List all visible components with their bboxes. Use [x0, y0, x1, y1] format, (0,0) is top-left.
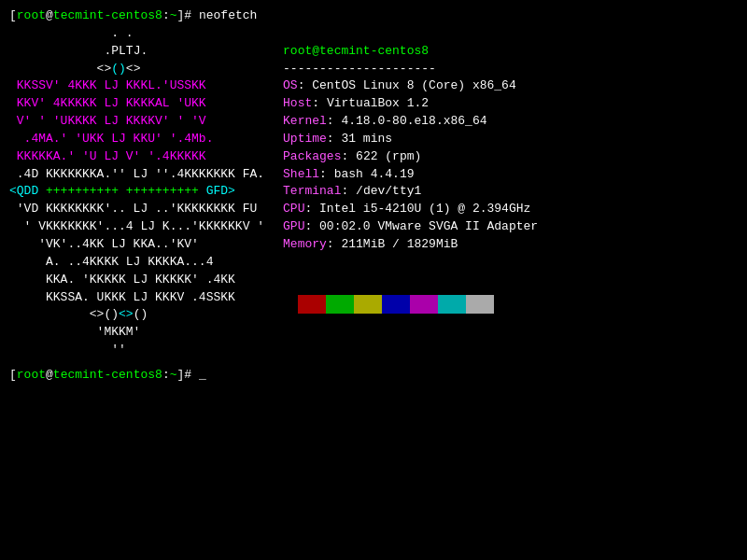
packages-value: 622 (rpm): [356, 149, 421, 163]
memory-label: Memory: [283, 237, 327, 251]
swatch-cyan: [438, 295, 466, 314]
prompt-host: tecmint-centos8: [53, 8, 162, 22]
packages-label: Packages: [283, 149, 341, 163]
username-host: root@tecmint-centos8: [283, 44, 429, 58]
kernel-value: 4.18.0-80.el8.x86_64: [341, 114, 486, 128]
prompt-hash: #: [184, 8, 191, 22]
uptime-label: Uptime: [283, 132, 327, 146]
swatch-blue: [382, 295, 410, 314]
prompt-command: neofetch: [191, 8, 257, 22]
prompt2-user: root: [17, 368, 46, 382]
host-colon: :: [312, 96, 327, 110]
terminal: [root@tecmint-centos8:~]# neofetch . . .…: [0, 0, 747, 560]
prompt2-at: @: [46, 368, 53, 382]
prompt-bracket-open: [: [9, 8, 17, 22]
uptime-colon: :: [327, 132, 342, 146]
gpu-label: GPU: [283, 219, 304, 233]
neofetch-output: . . .PLTJ. <>()<> KKSSV' 4KKK LJ KKKL.'U…: [9, 25, 738, 359]
gpu-value: 00:02.0 VMware SVGA II Adapter: [319, 219, 538, 233]
swatch-yellow: [354, 295, 382, 314]
uptime-value: 31 mins: [341, 132, 392, 146]
cpu-value: Intel i5-4210U (1) @ 2.394GHz: [319, 202, 530, 216]
swatch-white: [466, 295, 494, 314]
prompt2-tilde: ~: [170, 368, 177, 382]
color-swatches: [283, 277, 538, 320]
terminal-label: Terminal: [283, 184, 341, 198]
host-value: VirtualBox 1.2: [327, 96, 429, 110]
prompt-tilde: ~: [170, 8, 177, 22]
host-label: Host: [283, 96, 312, 110]
prompt2-colon: :: [162, 368, 170, 382]
prompt-user: root: [17, 8, 46, 22]
os-colon: :: [298, 78, 313, 92]
swatch-green: [326, 295, 354, 314]
memory-colon: :: [327, 237, 342, 251]
separator: ---------------------: [283, 62, 436, 76]
os-value: CentOS Linux 8 (Core) x86_64: [312, 78, 515, 92]
cpu-colon: :: [304, 202, 319, 216]
packages-colon: :: [341, 149, 356, 163]
terminal-value: /dev/tty1: [356, 184, 421, 198]
prompt-bracket-close: :: [162, 8, 170, 22]
prompt2-host: tecmint-centos8: [53, 368, 162, 382]
terminal-colon: :: [341, 184, 356, 198]
kernel-colon: :: [327, 114, 342, 128]
prompt2-bracket-open: [: [9, 368, 17, 382]
prompt-at: @: [46, 8, 53, 22]
second-prompt-line: [root@tecmint-centos8:~]# _: [9, 367, 738, 385]
shell-value: bash 4.4.19: [334, 167, 415, 181]
swatch-red: [298, 295, 326, 314]
kernel-label: Kernel: [283, 114, 327, 128]
shell-colon: :: [319, 167, 334, 181]
prompt2-hash: #: [184, 368, 191, 382]
memory-value: 211MiB / 1829MiB: [341, 237, 458, 251]
swatch-magenta: [410, 295, 438, 314]
system-info: root@tecmint-centos8 -------------------…: [264, 25, 538, 355]
shell-label: Shell: [283, 167, 319, 181]
first-prompt-line: [root@tecmint-centos8:~]# neofetch: [9, 7, 738, 25]
cpu-label: CPU: [283, 202, 304, 216]
gpu-colon: :: [304, 219, 319, 233]
prompt2-cursor: _: [191, 368, 206, 382]
os-label: OS: [283, 78, 298, 92]
ascii-art: . . .PLTJ. <>()<> KKSSV' 4KKK LJ KKKL.'U…: [9, 25, 264, 359]
